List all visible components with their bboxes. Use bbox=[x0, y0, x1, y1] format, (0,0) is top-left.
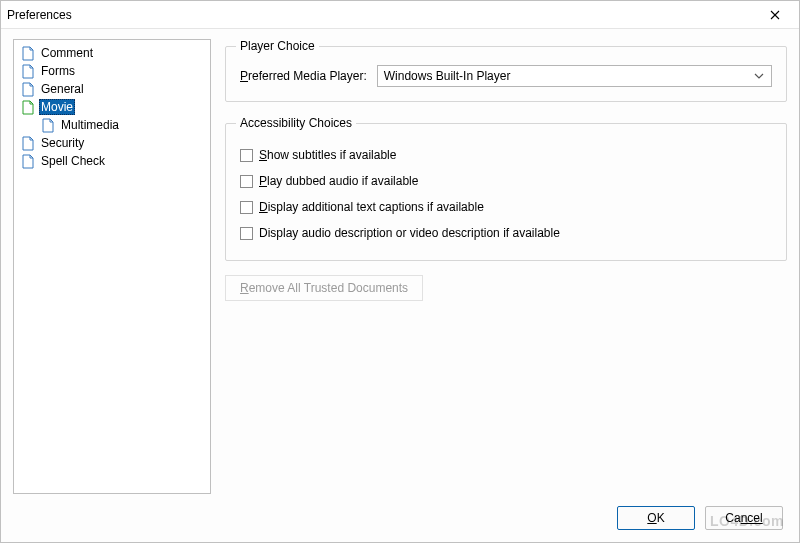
page-icon bbox=[22, 82, 35, 97]
group-legend: Accessibility Choices bbox=[236, 116, 356, 130]
window-title: Preferences bbox=[7, 8, 757, 22]
sidebar-item-label: Spell Check bbox=[39, 154, 107, 168]
sidebar-item-label: General bbox=[39, 82, 86, 96]
dubbed-audio-option[interactable]: Play dubbed audio if available bbox=[240, 168, 772, 194]
sidebar-item-spell-check[interactable]: Spell Check bbox=[16, 152, 208, 170]
remove-trusted-button[interactable]: Remove All Trusted Documents bbox=[225, 275, 423, 301]
accessibility-group: Accessibility Choices Show subtitles if … bbox=[225, 116, 787, 261]
sidebar-item-multimedia[interactable]: Multimedia bbox=[16, 116, 208, 134]
category-tree[interactable]: Comment Forms General bbox=[13, 39, 211, 494]
preferences-window: Preferences Comment bbox=[0, 0, 800, 543]
player-choice-group: Player Choice Preferred Media Player: Wi… bbox=[225, 39, 787, 102]
sidebar-item-label: Security bbox=[39, 136, 86, 150]
cancel-button[interactable]: Cancel bbox=[705, 506, 783, 530]
page-icon bbox=[22, 46, 35, 61]
ok-button[interactable]: OK bbox=[617, 506, 695, 530]
subtitles-option[interactable]: Show subtitles if available bbox=[240, 142, 772, 168]
preferred-player-row: Preferred Media Player: Windows Built-In… bbox=[240, 65, 772, 87]
page-icon bbox=[22, 154, 35, 169]
settings-panel: Player Choice Preferred Media Player: Wi… bbox=[225, 39, 787, 494]
checkbox-icon[interactable] bbox=[240, 175, 253, 188]
page-icon bbox=[22, 64, 35, 79]
page-icon bbox=[22, 136, 35, 151]
checkbox-icon[interactable] bbox=[240, 227, 253, 240]
page-icon bbox=[22, 100, 35, 115]
titlebar: Preferences bbox=[1, 1, 799, 29]
close-icon bbox=[770, 10, 780, 20]
sidebar-item-label: Multimedia bbox=[59, 118, 121, 132]
sidebar-item-movie[interactable]: Movie bbox=[16, 98, 208, 116]
sidebar-item-label: Movie bbox=[39, 99, 75, 115]
chevron-down-icon bbox=[753, 70, 765, 82]
option-label: Show subtitles if available bbox=[259, 148, 396, 162]
option-label: Play dubbed audio if available bbox=[259, 174, 418, 188]
page-icon bbox=[42, 118, 55, 133]
combo-value: Windows Built-In Player bbox=[384, 69, 753, 83]
sidebar-item-general[interactable]: General bbox=[16, 80, 208, 98]
sidebar-item-comment[interactable]: Comment bbox=[16, 44, 208, 62]
sidebar-item-label: Forms bbox=[39, 64, 77, 78]
checkbox-icon[interactable] bbox=[240, 201, 253, 214]
close-button[interactable] bbox=[757, 3, 793, 27]
preferred-player-label: Preferred Media Player: bbox=[240, 69, 367, 83]
sidebar-item-forms[interactable]: Forms bbox=[16, 62, 208, 80]
group-legend: Player Choice bbox=[236, 39, 319, 53]
dialog-body: Comment Forms General bbox=[1, 29, 799, 494]
remove-trusted-row: Remove All Trusted Documents bbox=[225, 275, 787, 301]
preferred-player-combo[interactable]: Windows Built-In Player bbox=[377, 65, 772, 87]
option-label: Display audio description or video descr… bbox=[259, 226, 560, 240]
option-label: Display additional text captions if avai… bbox=[259, 200, 484, 214]
sidebar-item-label: Comment bbox=[39, 46, 95, 60]
text-captions-option[interactable]: Display additional text captions if avai… bbox=[240, 194, 772, 220]
sidebar-item-security[interactable]: Security bbox=[16, 134, 208, 152]
audio-description-option[interactable]: Display audio description or video descr… bbox=[240, 220, 772, 246]
checkbox-icon[interactable] bbox=[240, 149, 253, 162]
dialog-footer: OK Cancel bbox=[1, 494, 799, 542]
